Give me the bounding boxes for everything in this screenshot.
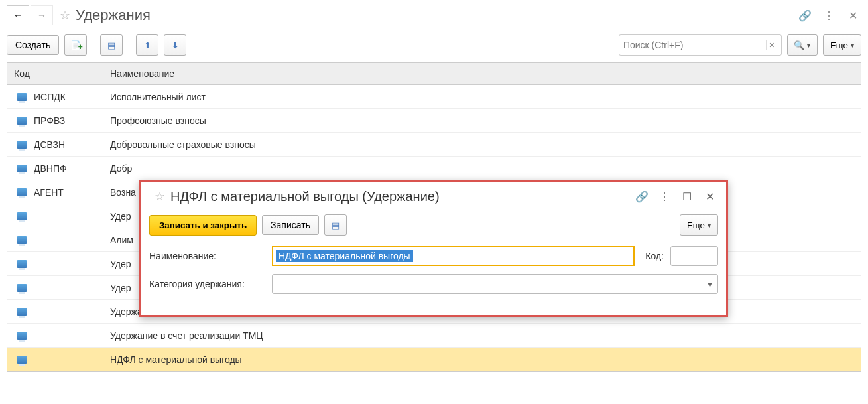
item-icon bbox=[17, 260, 27, 268]
search-clear-button[interactable]: × bbox=[766, 40, 777, 50]
chevron-down-icon[interactable]: ▾ bbox=[702, 279, 717, 289]
arrow-down-icon: ⬇ bbox=[172, 40, 179, 50]
more-label: Еще bbox=[687, 220, 705, 230]
create-copy-button[interactable]: 📄+ bbox=[64, 34, 87, 56]
name-value-selected: НДФЛ с материальной выгоды bbox=[276, 250, 413, 262]
table-row[interactable]: ИСПДКИсполнительный лист bbox=[7, 85, 861, 109]
modal-more-button[interactable]: Еще ▾ bbox=[680, 214, 718, 236]
caret-down-icon: ▾ bbox=[851, 42, 854, 49]
list-icon: ▤ bbox=[332, 220, 340, 230]
cell-code: ДВНПФ bbox=[7, 163, 103, 174]
code-text: ПРФВЗ bbox=[34, 115, 65, 126]
cell-name: Профсоюзные взносы bbox=[103, 115, 861, 126]
code-text: ДВНПФ bbox=[34, 163, 67, 174]
list-button[interactable]: ▤ bbox=[100, 34, 123, 56]
item-icon bbox=[17, 117, 27, 125]
item-icon bbox=[17, 188, 27, 196]
form-row-category: Категория удержания: ▾ bbox=[149, 274, 718, 294]
code-text: ДСВЗН bbox=[34, 139, 65, 150]
modal-toolbar: Записать и закрыть Записать ▤ Еще ▾ bbox=[141, 210, 726, 239]
search-input-wrapper: × bbox=[619, 34, 782, 56]
list-icon: ▤ bbox=[107, 40, 115, 50]
name-input[interactable]: НДФЛ с материальной выгоды bbox=[272, 246, 635, 266]
cell-name: НДФЛ с материальной выгоды bbox=[103, 354, 861, 365]
cell-name: Исполнительный лист bbox=[103, 92, 861, 102]
table-row[interactable]: ДВНПФДобр bbox=[7, 157, 861, 180]
link-icon[interactable]: 🔗 bbox=[796, 7, 814, 24]
page-title: Удержания bbox=[76, 7, 151, 24]
search-input[interactable] bbox=[623, 40, 766, 50]
create-button[interactable]: Создать bbox=[7, 35, 59, 55]
item-icon bbox=[17, 212, 27, 220]
main-toolbar: Создать 📄+ ▤ ⬆ ⬇ × 🔍 ▾ Еще ▾ bbox=[0, 31, 868, 60]
save-and-close-button[interactable]: Записать и закрыть bbox=[149, 215, 257, 236]
star-icon[interactable]: ☆ bbox=[60, 8, 70, 23]
item-icon bbox=[17, 284, 27, 292]
caret-down-icon: ▾ bbox=[708, 222, 711, 229]
cell-code: ИСПДК bbox=[7, 92, 103, 102]
link-icon[interactable]: 🔗 bbox=[633, 188, 651, 205]
item-icon bbox=[17, 93, 27, 101]
code-text: ИСПДК bbox=[34, 92, 66, 102]
col-header-code[interactable]: Код bbox=[7, 63, 103, 84]
item-icon bbox=[17, 356, 27, 364]
more-label: Еще bbox=[830, 40, 848, 50]
cell-code: АГЕНТ bbox=[7, 187, 103, 198]
cell-name: Добровольные страховые взносы bbox=[103, 139, 861, 150]
form-row-name: Наименование: НДФЛ с материальной выгоды… bbox=[149, 246, 718, 266]
page-header: ← → ☆ Удержания 🔗 ⋮ ✕ bbox=[0, 0, 868, 31]
cell-name: Добр bbox=[103, 163, 861, 174]
cell-code bbox=[7, 212, 103, 220]
close-icon[interactable]: ✕ bbox=[701, 188, 718, 205]
cell-code bbox=[7, 356, 103, 364]
kebab-menu-icon[interactable]: ⋮ bbox=[656, 188, 673, 205]
cell-code bbox=[7, 236, 103, 244]
cell-name: Удержание в счет реализации ТМЦ bbox=[103, 330, 861, 341]
arrow-up-icon: ⬆ bbox=[144, 40, 151, 50]
table-row[interactable]: Удержание в счет реализации ТМЦ bbox=[7, 324, 861, 348]
save-button[interactable]: Записать bbox=[262, 215, 319, 235]
move-down-button[interactable]: ⬇ bbox=[164, 34, 186, 56]
arrow-right-icon: → bbox=[37, 10, 46, 21]
cell-code bbox=[7, 308, 103, 316]
page-plus-icon: 📄+ bbox=[70, 40, 82, 50]
list-button[interactable]: ▤ bbox=[324, 214, 347, 236]
category-select[interactable]: ▾ bbox=[272, 274, 718, 294]
nav-back-button[interactable]: ← bbox=[7, 5, 29, 25]
table-row[interactable]: ДСВЗНДобровольные страховые взносы bbox=[7, 133, 861, 157]
maximize-icon[interactable]: ☐ bbox=[678, 188, 696, 205]
modal-body: Наименование: НДФЛ с материальной выгоды… bbox=[141, 239, 726, 315]
edit-modal: ☆ НДФЛ с материальной выгоды (Удержание)… bbox=[139, 180, 728, 317]
code-text: АГЕНТ bbox=[34, 187, 64, 198]
item-icon bbox=[17, 165, 27, 172]
name-label: Наименование: bbox=[149, 251, 265, 261]
move-up-button[interactable]: ⬆ bbox=[136, 34, 158, 56]
table-header: Код Наименование bbox=[7, 63, 861, 85]
cell-code bbox=[7, 260, 103, 268]
table-row[interactable]: ПРФВЗПрофсоюзные взносы bbox=[7, 109, 861, 133]
code-input[interactable] bbox=[670, 246, 718, 266]
item-icon bbox=[17, 236, 27, 244]
more-button[interactable]: Еще ▾ bbox=[823, 34, 861, 56]
cell-code: ПРФВЗ bbox=[7, 115, 103, 126]
magnifier-icon: 🔍 bbox=[794, 40, 805, 50]
nav-forward-button[interactable]: → bbox=[31, 5, 53, 25]
cell-code: ДСВЗН bbox=[7, 139, 103, 150]
item-icon bbox=[17, 332, 27, 340]
item-icon bbox=[17, 141, 27, 149]
modal-title: НДФЛ с материальной выгоды (Удержание) bbox=[170, 189, 440, 204]
kebab-menu-icon[interactable]: ⋮ bbox=[820, 7, 837, 24]
caret-down-icon: ▾ bbox=[807, 42, 810, 49]
col-header-name[interactable]: Наименование bbox=[103, 63, 861, 84]
item-icon bbox=[17, 308, 27, 316]
category-label: Категория удержания: bbox=[149, 279, 265, 289]
code-label: Код: bbox=[645, 251, 664, 261]
search-button[interactable]: 🔍 ▾ bbox=[787, 34, 818, 56]
close-icon[interactable]: ✕ bbox=[844, 7, 861, 24]
table-row[interactable]: НДФЛ с материальной выгоды bbox=[7, 348, 861, 371]
star-icon[interactable]: ☆ bbox=[155, 189, 165, 204]
modal-header: ☆ НДФЛ с материальной выгоды (Удержание)… bbox=[141, 182, 726, 210]
arrow-left-icon: ← bbox=[13, 10, 23, 21]
cell-code bbox=[7, 284, 103, 292]
cell-code bbox=[7, 332, 103, 340]
